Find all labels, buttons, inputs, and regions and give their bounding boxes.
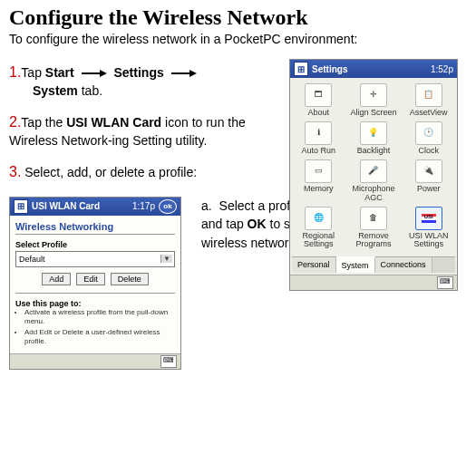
start-icon xyxy=(294,62,308,76)
start-icon xyxy=(14,199,28,214)
align-screen-icon: ✛ xyxy=(360,83,387,107)
step-3: 3. Select, add, or delete a profile: xyxy=(9,164,281,182)
settings-item: 🌐Regional Settings xyxy=(292,207,345,250)
section-heading: Wireless Networking xyxy=(15,221,175,232)
step-2: 2.Tap the USI WLAN Card icon to run the … xyxy=(9,114,281,150)
list-item: Add Edit or Delete a user-defined wirele… xyxy=(24,328,175,345)
settings-item: ▭Memory xyxy=(292,159,345,203)
step-3-number: 3. xyxy=(9,164,21,179)
settings-item: ✛Align Screen xyxy=(347,83,401,118)
page-title: Configure the Wireless Network xyxy=(9,5,467,30)
step-1-text: Tap Start Settings System tab. xyxy=(9,65,281,100)
remove-icon: 🗑 xyxy=(360,207,387,230)
profile-dropdown: Default xyxy=(15,251,175,267)
assetview-icon: 📋 xyxy=(415,83,442,107)
svg-marker-1 xyxy=(100,70,107,77)
select-profile-label: Select Profile xyxy=(15,240,175,249)
svg-marker-3 xyxy=(189,70,197,77)
titlebar: USI WLAN Card 1:17p ok xyxy=(10,198,180,216)
settings-item: 🎤Microphone AGC xyxy=(347,159,401,203)
ok-button-icon: ok xyxy=(159,199,177,214)
settings-item: 🗑Remove Programs xyxy=(347,207,401,250)
separator xyxy=(15,293,175,294)
tab-connections: Connections xyxy=(375,257,432,273)
clock-text: 1:52p xyxy=(431,64,453,74)
step-2-number: 2. xyxy=(9,114,21,130)
intro-text: To configure the wireless network in a P… xyxy=(9,32,467,46)
settings-item-usi-wlan: USIUSI WLAN Settings xyxy=(402,207,455,250)
use-page-label: Use this page to: xyxy=(15,299,175,308)
list-item: Activate a wireless profile from the pul… xyxy=(24,308,175,325)
wlan-screenshot: USI WLAN Card 1:17p ok Wireless Networki… xyxy=(9,197,181,370)
window-title: USI WLAN Card xyxy=(32,201,129,211)
keyboard-icon: ⌨ xyxy=(437,276,453,289)
about-icon: 🗔 xyxy=(305,83,332,107)
step-3-text: Select, add, or delete a profile: xyxy=(21,165,197,179)
tab-personal: Personal xyxy=(292,257,336,273)
step-1: 1.Tap Start Settings System tab. xyxy=(9,64,281,100)
tab-system: System xyxy=(336,256,375,273)
autorun-icon: ℹ xyxy=(305,121,332,145)
settings-item: 🗔About xyxy=(292,83,345,118)
separator xyxy=(15,234,175,235)
arrow-right-icon xyxy=(82,69,107,78)
arrow-right-icon xyxy=(171,69,197,78)
mic-icon: 🎤 xyxy=(360,159,387,183)
use-list: Activate a wireless profile from the pul… xyxy=(15,308,175,345)
step-1-number: 1. xyxy=(9,64,21,80)
settings-item: 💡Backlight xyxy=(347,121,401,156)
backlight-icon: 💡 xyxy=(360,121,387,145)
usi-wlan-icon: USI xyxy=(415,207,442,230)
clock-text: 1:17p xyxy=(132,201,155,211)
tab-bar: Personal System Connections xyxy=(292,256,455,273)
settings-item: 🔌Power xyxy=(402,159,455,203)
settings-item: ℹAuto Run xyxy=(292,121,345,156)
step-2-text: Tap the USI WLAN Card icon to run the Wi… xyxy=(9,115,246,148)
delete-button: Delete xyxy=(111,273,149,285)
clock-icon: 🕑 xyxy=(415,121,442,145)
regional-icon: 🌐 xyxy=(305,207,332,230)
settings-item: 🕑Clock xyxy=(402,121,455,156)
edit-button: Edit xyxy=(76,273,105,285)
memory-icon: ▭ xyxy=(305,159,332,183)
substep-letter: a. xyxy=(201,198,216,213)
settings-screenshot: Settings 1:52p 🗔About ✛Align Screen 📋Ass… xyxy=(289,59,458,291)
power-icon: 🔌 xyxy=(415,159,442,183)
add-button: Add xyxy=(42,273,71,285)
settings-item: 📋AssetView xyxy=(402,83,455,118)
window-title: Settings xyxy=(312,64,427,74)
titlebar: Settings 1:52p xyxy=(290,60,457,78)
keyboard-icon: ⌨ xyxy=(160,355,177,368)
